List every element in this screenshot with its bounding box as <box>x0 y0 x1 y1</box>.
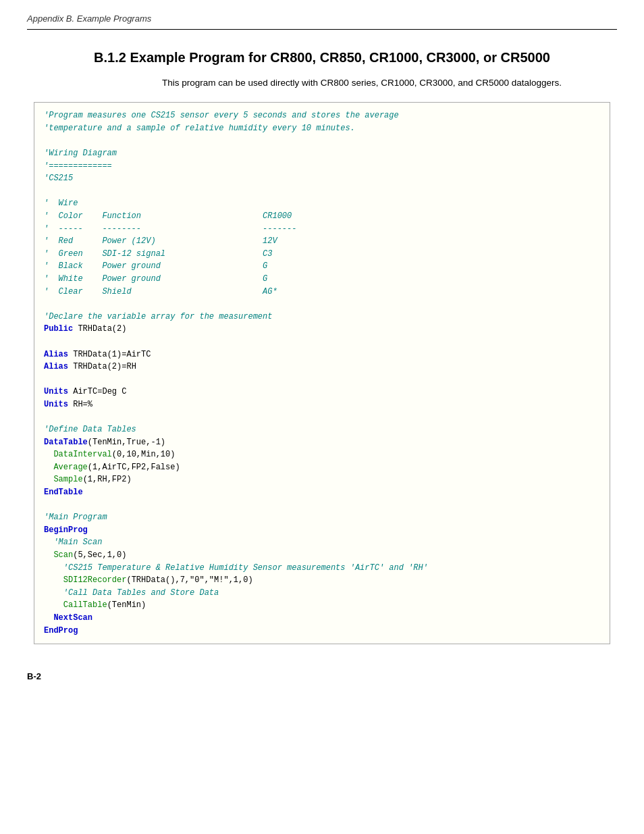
code-line: SDI12Recorder(TRHData(),7,"0","M!",1,0) <box>44 574 600 587</box>
code-line: 'Wiring Diagram <box>44 147 600 160</box>
code-line: 'CS215 <box>44 172 600 185</box>
code-line: DataTable(TenMin,True,-1) <box>44 436 600 449</box>
code-line: ' Black Power ground G <box>44 260 600 273</box>
code-line: 'Main Scan <box>44 536 600 549</box>
code-line: 'Define Data Tables <box>44 423 600 436</box>
code-line: 'Program measures one CS215 sensor every… <box>44 109 600 122</box>
code-line <box>44 185 600 198</box>
code-line: 'Main Program <box>44 511 600 524</box>
code-line: BeginProg <box>44 524 600 537</box>
code-line: Scan(5,Sec,1,0) <box>44 549 600 562</box>
code-line: ' Green SDI-12 signal C3 <box>44 248 600 261</box>
code-line: Public TRHData(2) <box>44 323 600 336</box>
code-line: Units RH=% <box>44 398 600 411</box>
code-line: ' Clear Shield AG* <box>44 286 600 298</box>
code-line: CallTable(TenMin) <box>44 599 600 612</box>
code-line: EndProg <box>44 625 600 637</box>
code-line: ' Color Function CR1000 <box>44 210 600 223</box>
section-title: B.1.2 Example Program for CR800, CR850, … <box>27 50 617 66</box>
code-line: 'Call Data Tables and Store Data <box>44 587 600 600</box>
code-line <box>44 411 600 424</box>
code-line: ' Wire <box>44 197 600 210</box>
code-line <box>44 373 600 386</box>
code-line: ' Red Power (12V) 12V <box>44 235 600 248</box>
code-line: Alias TRHData(2)=RH <box>44 361 600 373</box>
code-line: Average(1,AirTC,FP2,False) <box>44 461 600 474</box>
code-line: Units AirTC=Deg C <box>44 386 600 398</box>
code-line: NextScan <box>44 612 600 625</box>
code-line: 'Declare the variable array for the meas… <box>44 311 600 323</box>
code-line <box>44 336 600 348</box>
code-block: 'Program measures one CS215 sensor every… <box>34 102 610 644</box>
code-line: EndTable <box>44 486 600 499</box>
code-line: 'temperature and a sample of relative hu… <box>44 122 600 135</box>
code-line <box>44 134 600 147</box>
page-header: Appendix B. Example Programs <box>27 14 617 30</box>
code-line: 'CS215 Temperature & Relative Humidity S… <box>44 562 600 575</box>
page-number: B-2 <box>27 671 617 681</box>
code-line: Sample(1,RH,FP2) <box>44 473 600 486</box>
section-description: This program can be used directly with C… <box>162 76 576 90</box>
code-line: '============= <box>44 160 600 173</box>
code-line: ' White Power ground G <box>44 273 600 286</box>
code-line: DataInterval(0,10,Min,10) <box>44 448 600 461</box>
code-line: ' ----- -------- ------- <box>44 223 600 236</box>
code-line <box>44 298 600 311</box>
code-line: Alias TRHData(1)=AirTC <box>44 348 600 361</box>
code-line <box>44 499 600 512</box>
